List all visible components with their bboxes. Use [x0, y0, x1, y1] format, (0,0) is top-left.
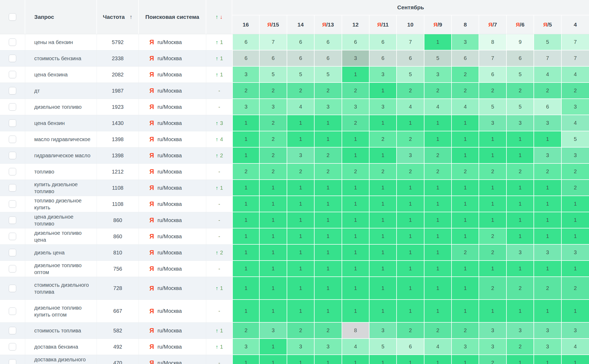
row-checkbox[interactable]	[9, 343, 16, 350]
row-checkbox[interactable]	[9, 55, 16, 62]
position-cell[interactable]: 6	[479, 67, 506, 83]
position-cell[interactable]: 1	[369, 300, 397, 323]
position-cell[interactable]: 3	[452, 339, 479, 355]
position-cell[interactable]: 1	[369, 212, 397, 228]
position-cell[interactable]: 1	[479, 300, 506, 323]
position-cell[interactable]: 6	[369, 34, 397, 50]
position-cell[interactable]: 6	[342, 34, 369, 50]
position-cell[interactable]: 1	[424, 180, 452, 196]
position-cell[interactable]: 1	[397, 212, 424, 228]
position-cell[interactable]: 2	[287, 323, 315, 339]
query-cell[interactable]: дт	[25, 83, 97, 99]
column-header-query[interactable]: Запрос	[25, 0, 97, 34]
position-cell[interactable]: 3	[562, 323, 589, 339]
query-cell[interactable]: цена бензина	[25, 67, 97, 83]
position-cell[interactable]: 6	[287, 34, 315, 50]
position-cell[interactable]: 3	[232, 67, 260, 83]
row-checkbox[interactable]	[9, 285, 16, 292]
position-cell[interactable]: 2	[232, 164, 260, 180]
query-cell[interactable]: гидравлическое масло	[25, 148, 97, 164]
position-cell[interactable]: 6	[452, 50, 479, 67]
position-cell[interactable]: 1	[369, 148, 397, 164]
column-header-frequency[interactable]: Частота ↑	[97, 0, 139, 34]
position-cell[interactable]: 1	[232, 212, 260, 228]
position-cell[interactable]: 1	[479, 196, 506, 212]
position-cell[interactable]: 1	[452, 261, 479, 277]
position-cell[interactable]: 2	[315, 148, 342, 164]
row-checkbox[interactable]	[9, 168, 16, 175]
position-cell[interactable]: 2	[452, 245, 479, 261]
position-cell[interactable]: 1	[452, 355, 479, 364]
position-cell[interactable]: 1	[534, 180, 561, 196]
position-cell[interactable]: 1	[369, 115, 397, 131]
position-cell[interactable]: 6	[397, 50, 424, 67]
position-cell[interactable]: 1	[424, 277, 452, 300]
select-all-checkbox[interactable]	[9, 13, 16, 21]
date-header-8[interactable]: 8	[452, 15, 479, 34]
position-cell[interactable]: 1	[452, 212, 479, 228]
position-cell[interactable]: 1	[534, 261, 561, 277]
position-cell[interactable]: 2	[562, 83, 589, 99]
position-cell[interactable]: 1	[534, 196, 561, 212]
position-cell[interactable]: 3	[562, 148, 589, 164]
position-cell[interactable]: 1	[342, 131, 369, 148]
position-cell[interactable]: 3	[424, 67, 452, 83]
position-cell[interactable]: 2	[534, 277, 561, 300]
date-header-12[interactable]: 12	[342, 15, 369, 34]
position-cell[interactable]: 1	[287, 228, 315, 245]
position-cell[interactable]: 3	[260, 99, 287, 115]
position-cell[interactable]: 4	[452, 99, 479, 115]
position-cell[interactable]: 1	[534, 212, 561, 228]
position-cell[interactable]: 1	[534, 228, 561, 245]
position-cell[interactable]: 2	[479, 228, 506, 245]
position-cell[interactable]: 1	[287, 261, 315, 277]
position-cell[interactable]: 5	[507, 99, 534, 115]
position-cell[interactable]: 1	[260, 300, 287, 323]
position-cell[interactable]: 2	[562, 277, 589, 300]
position-cell[interactable]: 5	[562, 131, 589, 148]
position-cell[interactable]: 1	[562, 355, 589, 364]
position-cell[interactable]: 3	[479, 115, 506, 131]
position-cell[interactable]: 3	[534, 245, 561, 261]
position-cell[interactable]: 1	[342, 180, 369, 196]
position-cell[interactable]: 1	[315, 261, 342, 277]
position-cell[interactable]: 6	[369, 50, 397, 67]
position-cell[interactable]: 2	[424, 83, 452, 99]
position-cell[interactable]: 1	[342, 148, 369, 164]
position-cell[interactable]: 1	[342, 277, 369, 300]
position-cell[interactable]: 1	[507, 196, 534, 212]
position-cell[interactable]: 1	[315, 212, 342, 228]
row-checkbox[interactable]	[9, 265, 16, 272]
position-cell[interactable]: 6	[232, 34, 260, 50]
query-cell[interactable]: дизельное топливо	[25, 99, 97, 115]
position-cell[interactable]: 1	[479, 148, 506, 164]
position-cell[interactable]: 1	[232, 300, 260, 323]
position-cell[interactable]: 1	[479, 180, 506, 196]
position-cell[interactable]: 1	[562, 212, 589, 228]
position-cell[interactable]: 4	[562, 115, 589, 131]
position-cell[interactable]: 1	[562, 300, 589, 323]
position-cell[interactable]: 5	[287, 67, 315, 83]
position-cell[interactable]: 1	[342, 245, 369, 261]
position-cell[interactable]: 1	[397, 277, 424, 300]
position-cell[interactable]: 1	[397, 261, 424, 277]
position-cell[interactable]: 7	[562, 34, 589, 50]
position-cell[interactable]: 2	[260, 83, 287, 99]
position-cell[interactable]: 1	[452, 131, 479, 148]
position-cell[interactable]: 2	[342, 115, 369, 131]
row-checkbox[interactable]	[9, 184, 16, 192]
date-header-ya-11[interactable]: Я/11	[369, 15, 397, 34]
position-cell[interactable]: 3	[534, 339, 561, 355]
position-cell[interactable]: 1	[287, 131, 315, 148]
position-cell[interactable]: 1	[232, 277, 260, 300]
position-cell[interactable]: 1	[369, 277, 397, 300]
position-cell[interactable]: 2	[397, 323, 424, 339]
position-cell[interactable]: 2	[562, 180, 589, 196]
date-header-10[interactable]: 10	[397, 15, 424, 34]
query-cell[interactable]: цена бензин	[25, 115, 97, 131]
position-cell[interactable]: 1	[260, 212, 287, 228]
position-cell[interactable]: 1	[424, 228, 452, 245]
position-cell[interactable]: 1	[232, 115, 260, 131]
position-cell[interactable]: 3	[315, 339, 342, 355]
position-cell[interactable]: 3	[369, 67, 397, 83]
